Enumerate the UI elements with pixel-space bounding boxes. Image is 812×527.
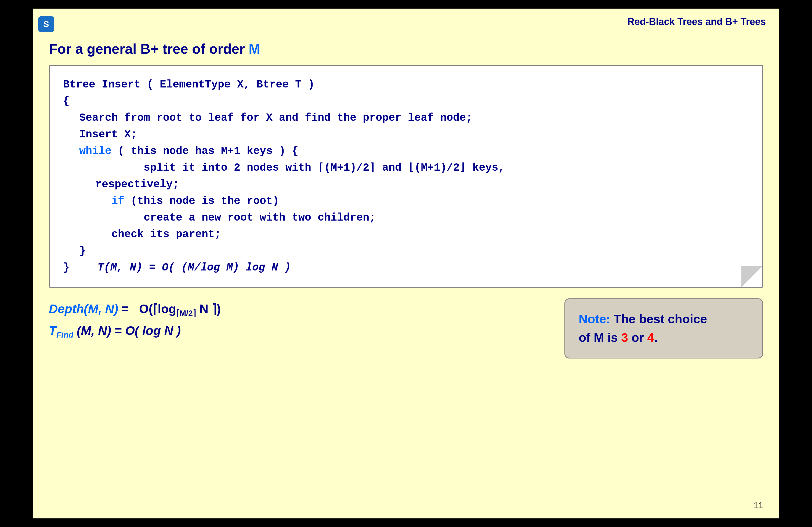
- formula-area: Depth(M, N) = O(⌈log⌈M/2⌉ N ⌉) TFind (M,…: [49, 298, 763, 359]
- if-keyword: if: [112, 195, 124, 207]
- code-line-9: create a new root with two children;: [63, 210, 749, 226]
- code-line-8: if (this node is the root): [63, 193, 749, 210]
- note-text2: of M is: [579, 331, 621, 345]
- section-heading: For a general B+ tree of order M: [49, 41, 763, 57]
- while-keyword: while: [79, 145, 112, 157]
- slide-title: Red-Black Trees and B+ Trees: [627, 16, 766, 27]
- code-line-12: } T(M, N) = O( (M/log M) log N ): [63, 259, 749, 276]
- code-line-2: {: [63, 93, 749, 110]
- page-number: 11: [753, 500, 763, 510]
- note-num1: 3: [621, 331, 628, 345]
- note-text3: .: [654, 331, 657, 345]
- code-box: Btree Insert ( ElementType X, Btree T ) …: [49, 65, 763, 288]
- code-line-5: while ( this node has M+1 keys ) {: [63, 143, 749, 160]
- tfind-formula: TFind (M, N) = O( log N ): [49, 320, 221, 342]
- code-line-4: Insert X;: [63, 126, 749, 143]
- code-line-7: respectively;: [63, 176, 749, 193]
- code-line-1: Btree Insert ( ElementType X, Btree T ): [63, 76, 749, 93]
- code-line-3: Search from root to leaf for X and find …: [63, 110, 749, 126]
- code-line-11: }: [63, 243, 749, 259]
- code-line-10: check its parent;: [63, 226, 749, 243]
- slide-icon: S: [38, 16, 54, 32]
- note-num2: 4: [648, 331, 654, 345]
- note-text1: The best choice: [613, 312, 707, 326]
- note-label: Note:: [579, 312, 610, 326]
- formulas-left: Depth(M, N) = O(⌈log⌈M/2⌉ N ⌉) TFind (M,…: [49, 298, 221, 342]
- depth-formula: Depth(M, N) = O(⌈log⌈M/2⌉ N ⌉): [49, 298, 221, 320]
- note-box: Note: The best choice of M is 3 or 4.: [564, 298, 763, 359]
- code-line-6: split it into 2 nodes with ⌈(M+1)/2⌉ and…: [63, 160, 749, 176]
- note-sep: or: [628, 331, 648, 345]
- slide: S Red-Black Trees and B+ Trees For a gen…: [33, 9, 779, 518]
